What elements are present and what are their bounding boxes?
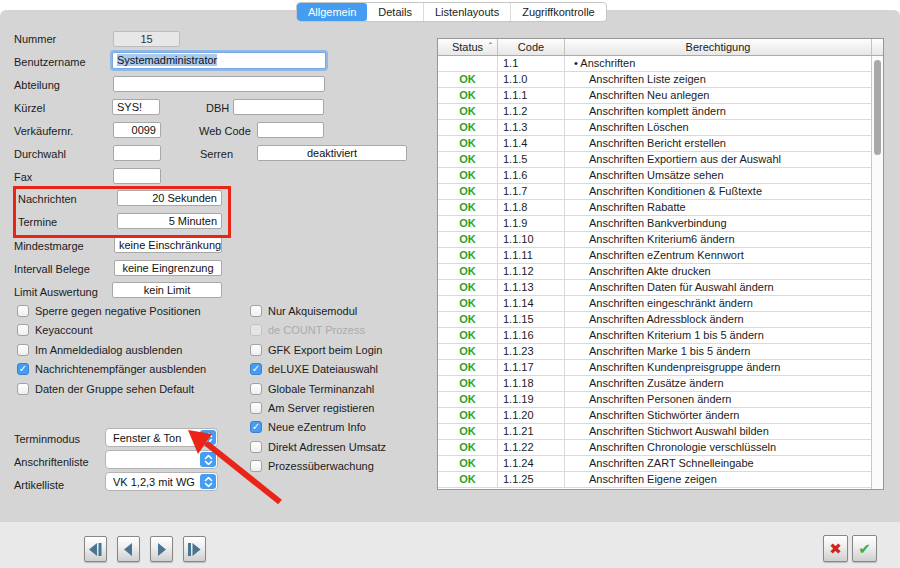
- table-row[interactable]: OK1.1.13Anschriften Daten für Auswahl än…: [438, 280, 872, 296]
- table-row[interactable]: OK1.1.25Anschriften Eigene zeigen: [438, 472, 872, 488]
- nachrichten-field[interactable]: 20 Sekunden: [117, 190, 222, 206]
- table-row[interactable]: OK1.1.5Anschriften Exportiern aus der Au…: [438, 152, 872, 168]
- terminmodus-label: Terminmodus: [14, 433, 80, 445]
- first-record-button[interactable]: [84, 536, 107, 562]
- tab-allgemein[interactable]: Allgemein: [297, 3, 367, 21]
- durchwahl-field[interactable]: [113, 145, 161, 161]
- table-row[interactable]: OK1.1.21Anschriften Stichwort Auswahl bi…: [438, 424, 872, 440]
- table-row[interactable]: OK1.1.20Anschriften Stichwörter ändern: [438, 408, 872, 424]
- checkbox-am-server-registieren[interactable]: Am Server registieren: [250, 401, 374, 415]
- code-cell: 1.1.19: [498, 392, 565, 407]
- benutzername-field[interactable]: Systemadministrator: [112, 52, 326, 69]
- scrollbar-thumb[interactable]: [874, 60, 881, 155]
- code-cell: 1.1.15: [498, 312, 565, 327]
- table-row[interactable]: OK1.1.23Anschriften Marke 1 bis 5 ändern: [438, 344, 872, 360]
- stepper-icon: [200, 430, 216, 445]
- table-row[interactable]: OK1.1.22Anschriften Chronologie verschlü…: [438, 440, 872, 456]
- table-row[interactable]: OK1.1.0Anschriften Liste zeigen: [438, 72, 872, 88]
- checkbox-label: Prozessüberwachung: [268, 460, 374, 472]
- table-row[interactable]: OK1.1.11Anschriften eZentrum Kennwort: [438, 248, 872, 264]
- table-row[interactable]: OK1.1.14Anschriften eingeschränkt ändern: [438, 296, 872, 312]
- checkbox-label: de COUNT Prozess: [268, 324, 365, 336]
- dbh-field[interactable]: [233, 99, 324, 115]
- code-cell: 1.1.6: [498, 168, 565, 183]
- checkbox-prozess-berwachung[interactable]: Prozessüberwachung: [250, 459, 374, 473]
- limit-auswertung-field[interactable]: kein Limit: [112, 282, 222, 298]
- webcode-field[interactable]: [257, 122, 324, 138]
- berechtigung-cell: Anschriften Kriterium 1 bis 5 ändern: [565, 328, 872, 343]
- checkbox-keyaccount[interactable]: Keyaccount: [17, 323, 92, 337]
- confirm-button[interactable]: ✔: [852, 535, 877, 562]
- checkbox-globale-terminanzahl[interactable]: Globale Terminanzahl: [250, 382, 374, 396]
- table-row[interactable]: OK1.1.19Anschriften Personen ändern: [438, 392, 872, 408]
- table-row[interactable]: OK1.1.2Anschriften komplett ändern: [438, 104, 872, 120]
- tab-details[interactable]: Details: [367, 3, 424, 21]
- abteilung-field[interactable]: [113, 76, 325, 92]
- table-row[interactable]: OK1.1.12Anschriften Akte drucken: [438, 264, 872, 280]
- checkbox-icon: [17, 324, 29, 336]
- serren-label: Serren: [200, 148, 233, 160]
- header-code[interactable]: Code: [498, 39, 565, 55]
- tab-zugriffkontrolle[interactable]: Zugriffkontrolle: [511, 3, 606, 21]
- termine-field[interactable]: 5 Minuten: [117, 213, 222, 229]
- table-row[interactable]: OK1.1.7Anschriften Konditionen & Fußtext…: [438, 184, 872, 200]
- sort-ascending-icon: ˆ: [489, 41, 492, 51]
- table-header: Status ˆ Code Berechtigung: [438, 39, 883, 56]
- table-row[interactable]: OK1.1.8Anschriften Rabatte: [438, 200, 872, 216]
- anschriftenliste-dropdown[interactable]: [105, 450, 218, 469]
- header-berechtigung[interactable]: Berechtigung: [565, 39, 872, 55]
- table-scrollbar[interactable]: [871, 56, 883, 489]
- last-record-button[interactable]: [183, 536, 206, 562]
- artikelliste-dropdown[interactable]: VK 1,2,3 mit WG: [105, 472, 218, 491]
- checkbox-sperre-gegen-negative-positionen[interactable]: Sperre gegen negative Positionen: [17, 304, 201, 318]
- checkbox-label: Direkt Adressen Umsatz: [268, 441, 386, 453]
- checkbox-nur-akquisemodul[interactable]: Nur Akquisemodul: [250, 304, 357, 318]
- verkaeufernr-field[interactable]: 0099: [113, 122, 161, 138]
- table-row[interactable]: OK1.1.6Anschriften Umsätze sehen: [438, 168, 872, 184]
- table-row[interactable]: OK1.1.15Anschriften Adressblock ändern: [438, 312, 872, 328]
- table-row[interactable]: OK1.1.9Anschriften Bankverbindung: [438, 216, 872, 232]
- table-row[interactable]: OK1.1.18Anschriften Zusätze ändern: [438, 376, 872, 392]
- berechtigung-cell: Anschriften Exportiern aus der Auswahl: [565, 152, 872, 167]
- intervall-belege-field[interactable]: keine Eingrenzung: [114, 260, 222, 276]
- kuerzel-label: Kürzel: [14, 102, 45, 114]
- checkbox-neue-ezentrum-info[interactable]: ✓Neue eZentrum Info: [250, 420, 366, 434]
- checkbox-daten-der-gruppe-sehen-default[interactable]: Daten der Gruppe sehen Default: [17, 382, 194, 396]
- code-cell: 1.1.8: [498, 200, 565, 215]
- fax-field[interactable]: [113, 168, 161, 184]
- serren-field[interactable]: deaktiviert: [257, 145, 407, 161]
- kuerzel-field[interactable]: SYS!: [112, 99, 160, 115]
- checkbox-deluxe-dateiauswahl[interactable]: ✓deLUXE Dateiauswahl: [250, 362, 378, 376]
- table-row[interactable]: 1.1• Anschriften: [438, 56, 872, 72]
- permissions-table: Status ˆ Code Berechtigung 1.1• Anschrif…: [437, 38, 884, 490]
- cancel-button[interactable]: ✖: [823, 535, 848, 562]
- checkbox-label: Keyaccount: [35, 324, 92, 336]
- tab-listenlayouts[interactable]: Listenlayouts: [424, 3, 511, 21]
- checkbox-nachrichtenempf-nger-ausblenden[interactable]: ✓Nachrichtenempfänger ausblenden: [17, 362, 206, 376]
- next-record-button[interactable]: [150, 536, 173, 562]
- checkbox-direkt-adressen-umsatz[interactable]: Direkt Adressen Umsatz: [250, 440, 386, 454]
- table-row[interactable]: OK1.1.10Anschriften Kriterium6 ändern: [438, 232, 872, 248]
- checkbox-label: Im Anmeldedialog ausblenden: [35, 344, 182, 356]
- code-cell: 1.1: [498, 56, 565, 71]
- checkbox-im-anmeldedialog-ausblenden[interactable]: Im Anmeldedialog ausblenden: [17, 343, 182, 357]
- header-code-label: Code: [518, 41, 544, 53]
- table-row[interactable]: OK1.1.16Anschriften Kriterium 1 bis 5 än…: [438, 328, 872, 344]
- previous-record-icon: [121, 543, 136, 556]
- code-cell: 1.1.11: [498, 248, 565, 263]
- table-row[interactable]: OK1.1.3Anschriften Löschen: [438, 120, 872, 136]
- header-status[interactable]: Status ˆ: [438, 39, 498, 55]
- previous-record-button[interactable]: [117, 536, 140, 562]
- checkbox-gfk-export-beim-login[interactable]: GFK Export beim Login: [250, 343, 382, 357]
- terminmodus-dropdown[interactable]: Fenster & Ton: [105, 428, 218, 447]
- checkbox-icon: [250, 441, 262, 453]
- checkbox-de-count-prozess[interactable]: de COUNT Prozess: [250, 323, 365, 337]
- table-row[interactable]: OK1.1.24Anschriften ZART Schnelleingabe: [438, 456, 872, 472]
- berechtigung-cell: Anschriften Stichwörter ändern: [565, 408, 872, 423]
- table-row[interactable]: OK1.1.1Anschriften Neu anlegen: [438, 88, 872, 104]
- berechtigung-cell: Anschriften ZART Schnelleingabe: [565, 456, 872, 471]
- table-row[interactable]: OK1.1.4Anschriften Bericht erstellen: [438, 136, 872, 152]
- code-cell: 1.1.13: [498, 280, 565, 295]
- mindestmarge-field[interactable]: keine Einschränkung: [114, 237, 222, 253]
- table-row[interactable]: OK1.1.17Anschriften Kundenpreisgruppe än…: [438, 360, 872, 376]
